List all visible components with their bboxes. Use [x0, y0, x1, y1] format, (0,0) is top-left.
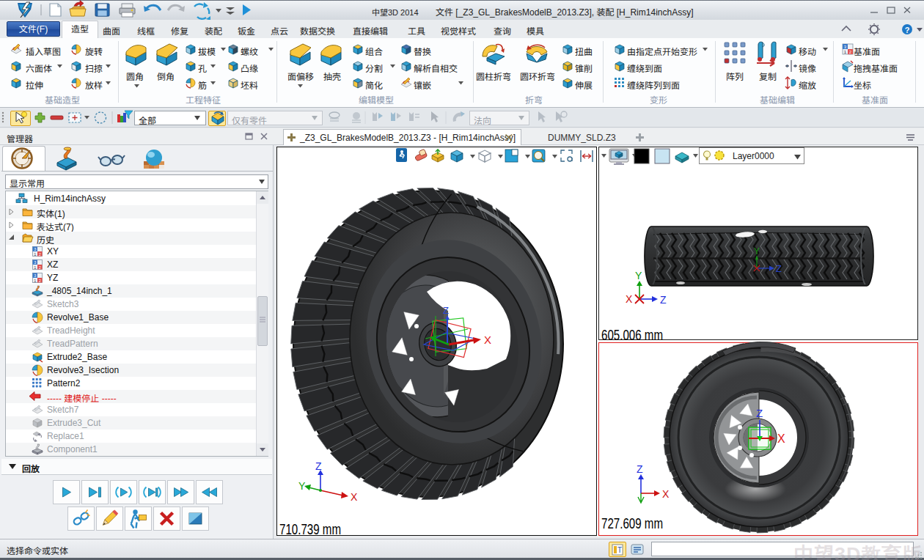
svg-text:X: X	[777, 432, 785, 445]
svg-text:X: X	[662, 488, 670, 500]
svg-text:T: T	[617, 546, 622, 554]
svg-text:X: X	[484, 334, 491, 346]
svg-text:Y: Y	[635, 270, 642, 281]
svg-text:X: X	[351, 491, 358, 503]
svg-text:Z: Z	[315, 460, 322, 472]
svg-text:X: X	[626, 293, 633, 305]
svg-text:Y: Y	[754, 246, 760, 257]
svg-text:Z: Z	[443, 305, 449, 316]
svg-text:Z: Z	[637, 463, 643, 475]
svg-text:Z: Z	[776, 263, 782, 274]
svg-text:Z: Z	[660, 294, 667, 306]
svg-text:Z: Z	[756, 407, 763, 419]
svg-text:Y: Y	[298, 480, 306, 492]
